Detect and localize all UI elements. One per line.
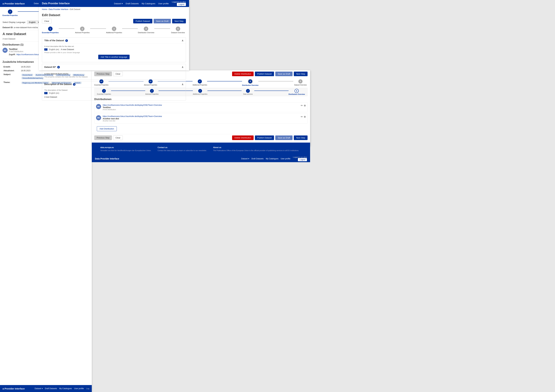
right-dist-url-1[interactable]: https://confluencesrv.fokus.fraunhofer.d… [103, 115, 299, 117]
left-bottom-nav-bar: a Provider Interface Dataset ▾ Draft Dat… [0, 385, 92, 392]
inner-step-circle-4: ✓ [246, 89, 250, 93]
dist-avatar-0: MK [2, 48, 7, 53]
footer-col2-text: Contact the data.europa.eu team or subsc… [158, 150, 207, 151]
left-bottom-logged: Log [86, 388, 89, 390]
left-bottom-nav-draft[interactable]: Draft Datasets [45, 387, 57, 390]
right-bottom-nav-dataset[interactable]: Dataset ▾ [241, 157, 249, 160]
zusatz-label-subject: Subject: [2, 72, 20, 80]
right-bottom-nav-brand: Data Provider Interface [95, 157, 239, 160]
right-dist-section: Distributionen MK https://confluencesrv.… [92, 98, 310, 133]
next-step-button[interactable]: Next Step [172, 19, 186, 23]
clear-button[interactable]: Clear [42, 19, 51, 23]
id-chevron[interactable]: ∧ [182, 66, 183, 69]
right-dist-edit-btn-1[interactable]: ✏ [301, 115, 303, 118]
right-bottom-nav-links: Dataset ▾ Draft Datasets My Catalogues U… [241, 157, 291, 160]
dist-sub-0: A test distribution [9, 50, 23, 53]
dist-name-0: TestDist [9, 48, 23, 50]
inner-step-circle-3: ✓ [198, 89, 202, 93]
id-note: This property contains the main identifi… [44, 76, 183, 78]
right-bottom-clear-button[interactable]: Clear [113, 135, 123, 140]
breadcrumb: Home › Data Provider Interface › Edit Da… [39, 7, 189, 12]
id-section-heading: Dataset ID* ℹ [44, 66, 60, 69]
right-step-label-5: Dataset Overview [294, 84, 307, 86]
right-step-connector-3 [207, 81, 242, 81]
add-distribution-button[interactable]: Add Distribution [97, 126, 117, 131]
right-bottom-nav: Data Provider Interface Dataset ▾ Draft … [92, 155, 310, 162]
step-connector-2 [90, 29, 106, 29]
right-bottom-publish-button[interactable]: Publish Dataset [255, 135, 274, 140]
publish-button[interactable]: Publish Dataset [133, 19, 152, 23]
right-bottom-delete-dist-button[interactable]: Delete Distribution [232, 135, 254, 140]
footer-col3-text: The Publications Office of the European … [213, 150, 299, 151]
step-connector-4 [154, 29, 170, 29]
step-circle-5: 5 [176, 27, 180, 31]
right-bottom-next-step-button[interactable]: Next Step [294, 135, 307, 140]
right-dist-url-0[interactable]: https://confluencesrv.fokus.fraunhofer.d… [103, 104, 299, 106]
edit-nav-bar: Data Provider Interface Dataset ▾ Draft … [39, 0, 189, 7]
right-step-label-3: Additional Properties [193, 84, 207, 86]
right-bottom-logout-button[interactable]: Logout [298, 158, 307, 161]
dist-access-label: Zugriff: [9, 53, 15, 56]
breadcrumb-home[interactable]: Home [42, 8, 47, 10]
right-step-item-5: 5 Dataset Overview [293, 79, 307, 86]
edit-nav-links: Dataset ▾ Draft Datasets My Catalogues U… [114, 2, 169, 5]
right-bottom-nav-catalogues[interactable]: My Catalogues [266, 157, 278, 160]
left-bottom-nav-catalogues[interactable]: My Catalogues [59, 387, 72, 390]
right-step-connector-4 [258, 81, 293, 81]
edit-nav-draft[interactable]: Draft Datasets [126, 2, 139, 5]
step-label-4: Distribution Overview [138, 32, 154, 34]
left-step-label-1: Essential Properties [2, 14, 18, 16]
right-save-draft-button[interactable]: Save as Draft [275, 71, 292, 76]
inner-step-connector-4 [254, 91, 288, 91]
zusatz-label-theme: Theme: [2, 80, 20, 85]
edit-logout-button[interactable]: Logout [177, 3, 186, 6]
step-label-5: Dataset Overview [171, 32, 185, 34]
title-lang-note: Please provide a title in your chosen la… [44, 51, 183, 53]
footer-col1-text: Verwaltet von Amt für Veröffentlichungen… [100, 150, 151, 151]
add-title-lang-button[interactable]: Add Title in another language [98, 55, 129, 59]
right-dist-edit-btn-0[interactable]: ✏ [301, 104, 303, 107]
breadcrumb-dpi[interactable]: Data Provider Interface [49, 8, 68, 10]
step-circle-4: 4 [144, 27, 148, 31]
footer-col3-title: About us [213, 146, 299, 149]
right-dist-delete-btn-1[interactable]: ⊗ [304, 115, 306, 118]
right-bottom-save-draft-button[interactable]: Save as Draft [275, 135, 292, 140]
title-section-body: A short descriptive title for the data s… [42, 44, 186, 62]
id-section: Dataset ID* ℹ ∧ a-new-dataset-from-micha… [42, 64, 186, 79]
title-section-header: Title of the Dataset ℹ ∧ [42, 37, 186, 44]
edit-panel: Data Provider Interface Dataset ▾ Draft … [39, 0, 189, 70]
right-bottom-nav-draft[interactable]: Draft Datasets [251, 157, 263, 160]
title-section: Title of the Dataset ℹ ∧ A short descrip… [42, 37, 186, 62]
right-dist-delete-btn-0[interactable]: ⊗ [304, 104, 306, 107]
select-lang-select[interactable]: English Deutsch [27, 20, 40, 24]
save-draft-button[interactable]: Save as Draft [154, 19, 171, 23]
edit-nav-catalogues[interactable]: My Catalogues [142, 2, 155, 5]
left-step-essential: ✓ Essential Properties [2, 9, 18, 16]
left-bottom-brand: a Provider Interface [2, 387, 32, 390]
right-dist-avatar-0: MK [96, 104, 101, 109]
right-publish-button[interactable]: Publish Dataset [255, 71, 274, 76]
left-bottom-nav-dataset[interactable]: Dataset ▾ [35, 387, 43, 390]
right-delete-dist-button[interactable]: Delete Distribution [232, 71, 254, 76]
id-value: a-new-dataset-from-micha [44, 72, 183, 76]
title-lang-row: 🏳 English (en) A new Dataset [44, 48, 183, 50]
title-chevron[interactable]: ∧ [182, 39, 183, 42]
right-bottom-prev-step-button[interactable]: Previous Step [94, 135, 112, 140]
step-circle-2: 2 [80, 27, 85, 31]
right-bottom-logged-in: Logged in as alice Logout [293, 156, 307, 161]
dataset-id-value: a-new-dataset-from-micha [14, 26, 38, 29]
right-dist-name-0: TestDist [103, 106, 299, 109]
right-bottom-nav-profile[interactable]: User profile [281, 157, 290, 160]
desc-hint: The description of the Dataset [44, 89, 183, 91]
edit-nav-profile[interactable]: User profile [158, 2, 169, 5]
footer-col-2: Contact us Contact the data.europa.eu te… [158, 146, 207, 151]
step-circle-1: 1 [48, 27, 52, 31]
desc-chevron[interactable]: ∧ [182, 83, 183, 86]
inner-step-circle-5: 5 [295, 89, 299, 93]
edit-toolbar: Clear Publish Dataset Save as Draft Next… [39, 18, 189, 24]
id-section-header: Dataset ID* ℹ ∧ [42, 64, 186, 70]
edit-nav-dataset[interactable]: Dataset ▾ [114, 2, 123, 5]
left-bottom-nav-profile[interactable]: User profile [74, 387, 84, 390]
step-label-3: Additional Properties [106, 32, 122, 34]
right-next-step-button[interactable]: Next Step [294, 71, 307, 76]
